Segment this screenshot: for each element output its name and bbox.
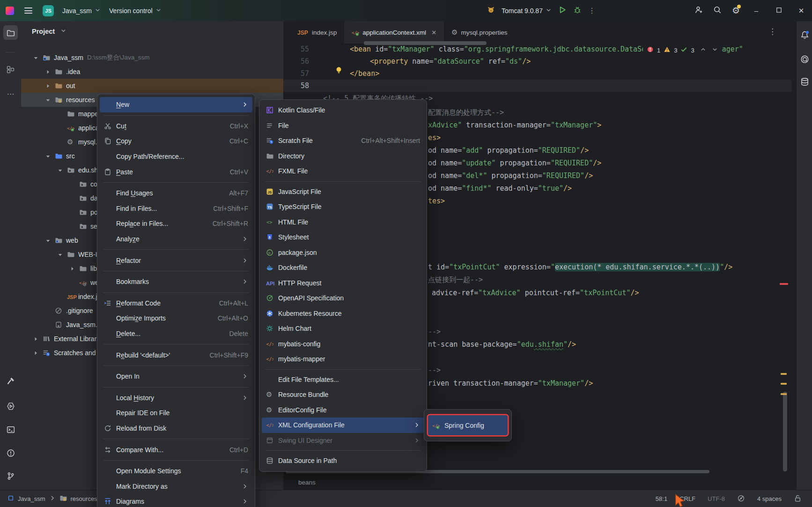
terminal-tool-window-button[interactable] [3,422,18,437]
more-actions-kebab-icon[interactable]: ⋮ [588,6,596,15]
services-tool-window-button[interactable] [3,399,18,413]
main-menu-icon[interactable] [22,6,34,15]
chevron-down-icon[interactable] [44,237,55,244]
menu-item-scratch-file[interactable]: Scratch FileCtrl+Alt+Shift+Insert [262,133,424,149]
tree-item-out[interactable]: out [21,79,283,93]
git-tool-window-button[interactable] [3,469,18,483]
ai-assistant-icon[interactable] [800,55,809,66]
menu-item-paste[interactable]: PasteCtrl+V [100,164,252,179]
project-panel-header[interactable]: Project [32,28,66,35]
intention-bulb-icon[interactable] [335,66,343,76]
project-avatar-badge[interactable]: JS [43,5,54,16]
tree-item-idea[interactable]: .idea [21,65,283,79]
more-tool-windows-button[interactable]: ⋯ [3,87,18,101]
run-button[interactable] [558,6,567,16]
run-configuration-selector[interactable]: Tomcat 9.0.87 [502,7,552,15]
tab-options-kebab-icon[interactable]: ⋮ [768,27,776,37]
menu-item-replace-in-files[interactable]: Replace in Files...Ctrl+Shift+R [100,216,252,231]
menu-item-reload-from-disk[interactable]: Reload from Disk [100,421,252,436]
search-icon[interactable] [713,6,722,16]
menu-item-spring-config[interactable]: </>Spring Config [428,415,508,435]
warning-stripe-mark[interactable] [781,393,787,395]
menu-item-xml-configuration-file[interactable]: </>XML Configuration File [262,418,424,433]
menu-item-analyze[interactable]: Analyze [100,231,252,247]
menu-item-diagrams[interactable]: Diagrams [100,494,252,507]
menu-item-helm-chart[interactable]: Helm Chart [262,321,424,336]
chevron-right-icon[interactable] [69,265,79,272]
menu-item-data-source-in-path[interactable]: Data Source in Path [262,453,424,469]
debug-button[interactable] [573,6,582,16]
menu-item-swing-ui-designer[interactable]: Swing UI Designer [262,433,424,448]
menu-item-repair-ide-on-file[interactable]: Repair IDE on File [100,405,252,421]
warning-stripe-mark[interactable] [781,373,787,375]
menu-item-editorconfig-file[interactable]: ⚙EditorConfig File [262,403,424,418]
build-tool-window-button[interactable] [3,373,18,388]
vertical-scrollbar[interactable] [783,392,787,471]
unlock-icon[interactable] [794,494,802,504]
database-tool-window-button[interactable] [800,77,809,88]
menu-item-resource-bundle[interactable]: ⚙Resource Bundle [262,387,424,403]
close-tab-icon[interactable]: ✕ [431,29,436,36]
menu-item-compare-with[interactable]: Compare With...Ctrl+D [100,442,252,457]
settings-gear-icon[interactable]: ⚙ [732,6,740,15]
menu-item-optimize-imports[interactable]: Optimize ImportsCtrl+Alt+O [100,311,252,326]
menu-item-directory[interactable]: Directory [262,149,424,164]
menu-item-html-file[interactable]: <>HTML File [262,215,424,230]
editor-tab-applicationcontext-xml[interactable]: </>applicationContext.xml✕ [344,21,444,44]
menu-item-find-usages[interactable]: Find UsagesAlt+F7 [100,186,252,201]
menu-item-delete[interactable]: Delete...Delete [100,326,252,342]
menu-item-copy[interactable]: CopyCtrl+C [100,134,252,149]
warning-stripe-mark[interactable] [781,383,787,385]
menu-item-cut[interactable]: CutCtrl+X [100,119,252,134]
menu-item-open-in[interactable]: Open In [100,369,252,384]
chevron-right-icon[interactable] [44,82,55,89]
error-stripe-mark[interactable] [780,283,788,285]
menu-item-dockerfile[interactable]: Dockerfile [262,260,424,276]
vcs-widget[interactable]: Version control [109,7,162,15]
menu-item-http-request[interactable]: APIHTTP Request [262,276,424,291]
menu-item-mybatis-config[interactable]: </>mybatis-config [262,336,424,352]
menu-item-mark-directory-as[interactable]: Mark Directory as [100,478,252,494]
menu-item-stylesheet[interactable]: 3Stylesheet [262,230,424,245]
menu-item-local-history[interactable]: Local History [100,390,252,406]
indent-widget[interactable]: 4 spaces [757,495,782,502]
menu-item-rebuild-default[interactable]: Rebuild '<default>'Ctrl+Shift+F9 [100,347,252,363]
chevron-down-icon[interactable] [44,153,55,160]
inspections-highlight-icon[interactable] [737,494,745,504]
inspections-widget[interactable]: 1 3 3 [643,45,722,56]
menu-item-kubernetes-resource[interactable]: Kubernetes Resource [262,306,424,321]
menu-item-file[interactable]: File [262,118,424,134]
menu-item-kotlin-class-file[interactable]: Kotlin Class/File [262,103,424,118]
menu-item-copy-path-reference[interactable]: Copy Path/Reference... [100,149,252,164]
menu-item-reformat-code[interactable]: Reformat CodeCtrl+Alt+L [100,296,252,311]
previous-problem-icon[interactable] [700,46,706,54]
chevron-right-icon[interactable] [32,350,43,357]
project-selector[interactable]: Java_ssm [62,7,101,15]
tree-item-java-ssm[interactable]: Java_ssmD:\ssm整合\Java_ssm [21,51,283,65]
caret-position-widget[interactable]: 58:1 [656,495,667,502]
menu-item-openapi-specification[interactable]: OpenAPI Specification [262,291,424,306]
editor-tab-index-jsp[interactable]: JSPindex.jsp [290,21,344,44]
problems-tool-window-button[interactable] [3,446,18,460]
menu-item-find-in-files[interactable]: Find in Files...Ctrl+Shift+F [100,201,252,216]
menu-item-refactor[interactable]: Refactor [100,253,252,268]
status-breadcrumb-module[interactable]: Java_ssm [18,495,45,502]
menu-item-new[interactable]: New [100,97,252,112]
status-breadcrumb-folder[interactable]: resources [71,495,97,502]
chevron-right-icon[interactable] [44,68,55,75]
chevron-down-icon[interactable] [32,54,43,61]
close-button[interactable]: ✕ [795,7,807,15]
editor-tab-mysql-properties[interactable]: ⚙mysql.properties [444,21,515,44]
tab-scrollbar[interactable] [364,41,487,45]
minimize-button[interactable]: – [750,7,762,15]
menu-item-typescript-file[interactable]: TSTypeScript File [262,199,424,215]
notifications-bell-icon[interactable] [800,30,809,41]
menu-item-javascript-file[interactable]: JSJavaScript File [262,184,424,200]
add-user-icon[interactable] [694,6,703,16]
menu-item-mybatis-mapper[interactable]: </>mybatis-mapper [262,351,424,367]
editor-breadcrumbs[interactable]: beans [283,475,796,490]
project-tool-window-button[interactable] [3,25,18,40]
menu-item-edit-file-templates[interactable]: Edit File Templates... [262,372,424,388]
next-problem-icon[interactable] [712,46,718,54]
chevron-down-icon[interactable] [44,97,55,104]
